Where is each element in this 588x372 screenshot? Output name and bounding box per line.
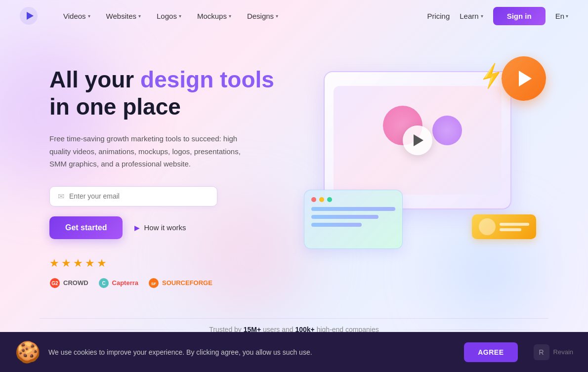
badge-card: [472, 214, 536, 239]
badge-content: [500, 223, 529, 231]
nav-logos[interactable]: Logos ▾: [151, 8, 187, 24]
badge-avatar: [479, 218, 496, 235]
play-button-center[interactable]: [403, 125, 432, 155]
star-4: ★: [85, 257, 95, 270]
cookie-agree-button[interactable]: AGREE: [464, 342, 517, 362]
star-rating: ★ ★ ★ ★ ★: [49, 257, 287, 270]
hero-section: All your design tools in one place Free …: [0, 32, 588, 318]
nav-links: Videos ▾ Websites ▾ Logos ▾ Mockups ▾ De…: [57, 8, 427, 24]
hero-subtitle: Free time-saving growth marketing tools …: [49, 132, 247, 170]
line-2: [311, 215, 378, 219]
badge-line-2: [500, 228, 521, 231]
sourceforge-icon: SF: [148, 278, 159, 289]
browser-dot-green: [327, 197, 332, 202]
revain-icon: R: [534, 344, 549, 360]
trusted-line-left: [40, 330, 199, 330]
illustration: ⚡: [294, 61, 541, 269]
floating-play-triangle: [519, 71, 532, 86]
badge-line-1: [500, 223, 529, 226]
signin-button[interactable]: Sign in: [493, 7, 546, 25]
nav-websites[interactable]: Websites ▾: [100, 8, 147, 24]
line-3: [311, 223, 362, 227]
chevron-down-icon: ▾: [229, 13, 231, 19]
star-5: ★: [97, 257, 107, 270]
capterra-logo: C Capterra: [98, 278, 138, 289]
g2crowd-logo: G2 CROWD: [49, 278, 88, 289]
chevron-down-icon: ▾: [88, 13, 90, 19]
decoration-lilac-circle: [432, 116, 462, 145]
nav-learn-link[interactable]: Learn ▾: [460, 12, 483, 20]
nav-mockups[interactable]: Mockups ▾: [191, 8, 237, 24]
email-form: ✉: [49, 186, 217, 207]
browser-dot-red: [311, 197, 316, 202]
nav-videos[interactable]: Videos ▾: [57, 8, 96, 24]
chevron-down-icon: ▾: [276, 13, 278, 19]
navigation: Videos ▾ Websites ▾ Logos ▾ Mockups ▾ De…: [0, 0, 588, 32]
g2crowd-icon: G2: [49, 278, 60, 289]
play-icon: ▶: [134, 224, 140, 232]
language-selector[interactable]: En ▾: [555, 12, 568, 20]
hero-title: All your design tools in one place: [49, 66, 287, 121]
star-2: ★: [61, 257, 71, 270]
revain-label: Revain: [553, 348, 573, 356]
chevron-down-icon: ▾: [481, 13, 483, 19]
cookie-text: We use cookies to improve your experienc…: [48, 348, 456, 356]
star-1: ★: [49, 257, 59, 270]
mini-card-lines: [311, 207, 395, 227]
chevron-down-icon: ▾: [138, 13, 141, 19]
star-3: ★: [73, 257, 83, 270]
svg-text:SF: SF: [151, 282, 156, 286]
email-icon: ✉: [58, 192, 64, 201]
cookie-icon: 🍪: [15, 340, 41, 364]
monitor-inner: [334, 86, 502, 195]
svg-text:C: C: [102, 281, 105, 286]
hero-illustration: ⚡: [287, 46, 548, 293]
browser-dots: [311, 197, 395, 202]
nav-pricing-link[interactable]: Pricing: [427, 12, 450, 20]
nav-right: Pricing Learn ▾ Sign in En ▾: [427, 7, 568, 25]
chevron-down-icon: ▾: [566, 13, 568, 19]
hero-content: All your design tools in one place Free …: [49, 46, 287, 289]
get-started-button[interactable]: Get started: [49, 216, 123, 239]
sourceforge-logo: SF SOURCEFORGE: [148, 278, 212, 289]
hero-actions: Get started ▶ How it works: [49, 216, 287, 239]
chevron-down-icon: ▾: [179, 13, 181, 19]
logo[interactable]: [20, 7, 38, 25]
mini-browser-card: [304, 190, 403, 249]
email-input[interactable]: [69, 192, 209, 200]
line-1: [311, 207, 395, 211]
revain-badge: R Revain: [534, 344, 573, 360]
nav-designs[interactable]: Designs ▾: [241, 8, 284, 24]
trusted-line-right: [389, 330, 548, 330]
review-logos: G2 CROWD C Capterra SF SOURCEFORGE: [49, 278, 287, 289]
browser-dot-yellow: [319, 197, 324, 202]
how-it-works-button[interactable]: ▶ How it works: [134, 223, 186, 232]
svg-text:G2: G2: [51, 281, 58, 286]
monitor-card: [324, 71, 511, 209]
cookie-banner: 🍪 We use cookies to improve your experie…: [0, 332, 588, 372]
capterra-icon: C: [98, 278, 109, 289]
floating-play-button[interactable]: [502, 56, 546, 101]
play-triangle: [414, 134, 423, 146]
